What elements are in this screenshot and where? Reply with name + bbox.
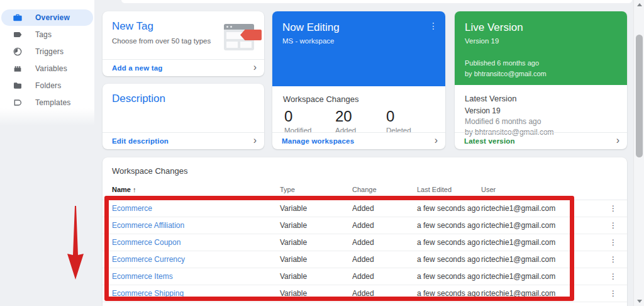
sidebar-item-overview[interactable]: Overview [1, 9, 93, 26]
stat-deleted: 0 Deleted [386, 108, 437, 134]
row-menu-icon[interactable]: ⋮ [609, 205, 627, 212]
sidebar-item-templates[interactable]: Templates [1, 94, 93, 111]
now-editing-title: Now Editing [282, 21, 435, 34]
live-version-header: Live Version Version 19 Published 6 mont… [455, 11, 627, 85]
live-version-card: Live Version Version 19 Published 6 mont… [455, 11, 627, 149]
row-name-link[interactable]: Ecommerce Currency [112, 255, 280, 264]
template-icon [13, 98, 23, 108]
sort-ascending-icon: ↑ [133, 186, 136, 193]
latest-version-block: Latest Version Version 19 Modified 6 mon… [455, 85, 627, 137]
now-editing-workspace-name: MS - workspace [282, 37, 435, 45]
tag-icon [13, 30, 23, 40]
chevron-right-icon: › [253, 62, 257, 72]
column-header-change[interactable]: Change [352, 186, 417, 193]
new-tag-card: New Tag Choose from over 50 tag types Ad… [103, 11, 264, 76]
row-change: Added [352, 221, 417, 230]
row-name-link[interactable]: Ecommerce Coupon [112, 238, 280, 247]
scroll-down-arrow-icon[interactable] [637, 300, 642, 303]
row-name-link[interactable]: Ecommerce Shipping [112, 289, 280, 298]
now-editing-card: Now Editing MS - workspace ⋮ Workspace C… [272, 11, 445, 149]
browser-tag-illustration [224, 24, 254, 52]
now-editing-header: Now Editing MS - workspace ⋮ [272, 11, 445, 86]
latest-version-heading: Latest Version [465, 94, 617, 103]
row-last-edited: a few seconds ago [417, 289, 481, 298]
stat-value: 0 [386, 108, 437, 125]
row-name-link[interactable]: Ecommerce [112, 204, 280, 213]
table-header-row: Name↑ Type Change Last Edited User [103, 179, 627, 200]
edit-description-button[interactable]: Edit description › [103, 132, 264, 149]
header-bottom-strip [121, 0, 632, 3]
sidebar-item-label: Overview [35, 13, 70, 22]
add-new-tag-label: Add a new tag [112, 64, 163, 72]
sidebar-item-tags[interactable]: Tags [1, 26, 93, 43]
latest-version-button[interactable]: Latest version › [455, 132, 627, 149]
live-version-title: Live Version [465, 21, 617, 34]
row-type: Variable [280, 238, 352, 247]
scroll-up-arrow-icon[interactable] [637, 3, 642, 6]
row-user: rictechie1@gmail.com [481, 221, 601, 230]
table-title: Workspace Changes [103, 157, 627, 176]
sidebar-item-label: Folders [35, 81, 61, 90]
row-change: Added [352, 204, 417, 213]
chevron-right-icon: › [435, 135, 438, 145]
manage-workspaces-label: Manage workspaces [282, 137, 354, 145]
manage-workspaces-button[interactable]: Manage workspaces › [272, 132, 445, 149]
sidebar-item-variables[interactable]: Variables [1, 60, 93, 77]
chevron-right-icon: › [616, 135, 619, 145]
row-menu-icon[interactable]: ⋮ [609, 222, 627, 229]
row-user: rictechie1@gmail.com [481, 289, 601, 298]
live-version-number: Version 19 [465, 37, 617, 45]
latest-version-number: Version 19 [465, 106, 617, 115]
row-menu-icon[interactable]: ⋮ [609, 273, 627, 280]
table-row: Ecommerce Shipping Variable Added a few … [103, 285, 627, 302]
variables-icon [13, 64, 23, 74]
table-row: Ecommerce Coupon Variable Added a few se… [103, 234, 627, 251]
row-type: Variable [280, 272, 352, 281]
stat-value: 0 [284, 108, 335, 125]
row-last-edited: a few seconds ago [417, 255, 481, 264]
row-name-link[interactable]: Ecommerce Items [112, 272, 280, 281]
sidebar-item-label: Triggers [35, 47, 64, 56]
row-last-edited: a few seconds ago [417, 204, 481, 213]
sidebar-item-label: Tags [35, 30, 52, 39]
column-header-last-edited[interactable]: Last Edited [417, 186, 481, 193]
row-menu-icon[interactable]: ⋮ [609, 256, 627, 263]
scrollbar-thumb[interactable] [636, 35, 643, 157]
table-row: Ecommerce Items Variable Added a few sec… [103, 268, 627, 285]
folder-icon [13, 81, 23, 91]
chevron-right-icon: › [253, 135, 257, 145]
row-change: Added [352, 272, 417, 281]
stat-added: 20 Added [335, 108, 386, 134]
stat-value: 20 [335, 108, 386, 125]
row-user: rictechie1@gmail.com [481, 204, 601, 213]
row-menu-icon[interactable]: ⋮ [609, 290, 627, 297]
sidebar-item-folders[interactable]: Folders [1, 77, 93, 94]
table-row: Ecommerce Currency Variable Added a few … [103, 251, 627, 268]
trigger-icon [13, 47, 23, 57]
description-card: Description Edit description › [103, 84, 264, 149]
vertical-scrollbar [633, 0, 644, 306]
workspace-changes-label: Workspace Changes [283, 94, 445, 104]
published-info: Published 6 months ago by bhtransitco@gm… [465, 58, 547, 79]
workspace-changes-table-card: Workspace Changes Name↑ Type Change Last… [103, 157, 627, 306]
more-options-icon[interactable]: ⋮ [429, 21, 438, 30]
row-change: Added [352, 255, 417, 264]
row-menu-icon[interactable]: ⋮ [609, 239, 627, 246]
latest-version-link-label: Latest version [464, 137, 515, 145]
row-name-link[interactable]: Ecommerce Affiliation [112, 221, 280, 230]
table-row: Ecommerce Affiliation Variable Added a f… [103, 217, 627, 234]
column-header-type[interactable]: Type [280, 186, 352, 193]
overview-icon [13, 13, 23, 23]
table-row-partial: ⋮ [103, 302, 627, 306]
latest-version-modified: Modified 6 months ago [465, 117, 617, 126]
edit-description-label: Edit description [112, 137, 169, 145]
row-type: Variable [280, 255, 352, 264]
row-user: rictechie1@gmail.com [481, 272, 601, 281]
column-header-name[interactable]: Name↑ [112, 186, 280, 193]
row-change: Added [352, 238, 417, 247]
add-new-tag-button[interactable]: Add a new tag › [103, 59, 264, 76]
annotation-down-arrow [62, 206, 89, 281]
sidebar-item-label: Variables [35, 64, 67, 73]
sidebar-item-triggers[interactable]: Triggers [1, 43, 93, 60]
column-header-user[interactable]: User [481, 186, 601, 193]
